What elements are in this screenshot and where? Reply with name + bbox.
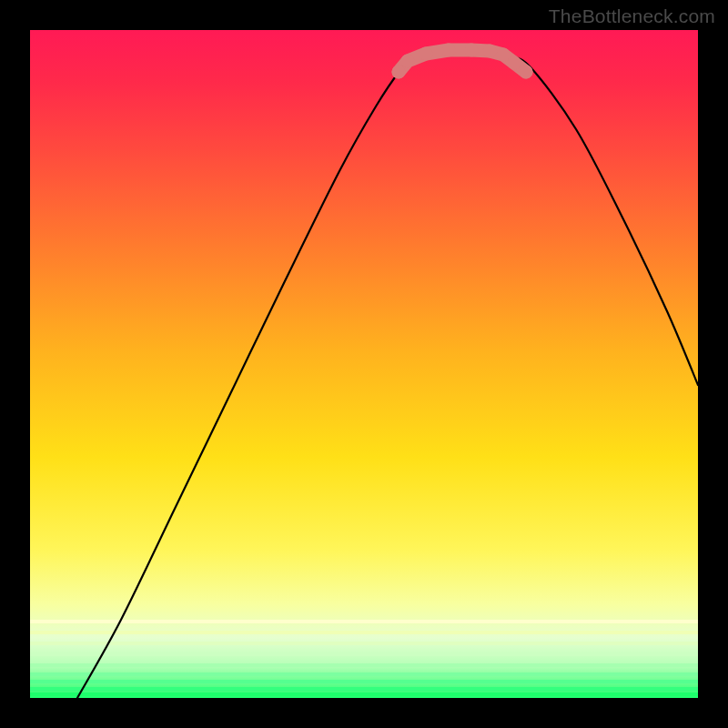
- marker-dot: [520, 66, 533, 79]
- marker-dot: [442, 44, 456, 57]
- marker-dot: [392, 66, 406, 79]
- marker-dot: [497, 48, 511, 62]
- marker-dot: [401, 55, 415, 68]
- marker-dot: [420, 47, 433, 61]
- bottleneck-curve-path: [77, 49, 698, 698]
- plot-area: [30, 30, 698, 698]
- marker-dot: [508, 56, 521, 70]
- chart-frame: TheBottleneck.com: [0, 0, 728, 728]
- marker-dot: [465, 44, 479, 57]
- marker-group: [392, 44, 533, 79]
- watermark-text: TheBottleneck.com: [549, 5, 715, 27]
- marker-dot: [483, 45, 497, 58]
- bottleneck-curve-svg: [30, 30, 698, 698]
